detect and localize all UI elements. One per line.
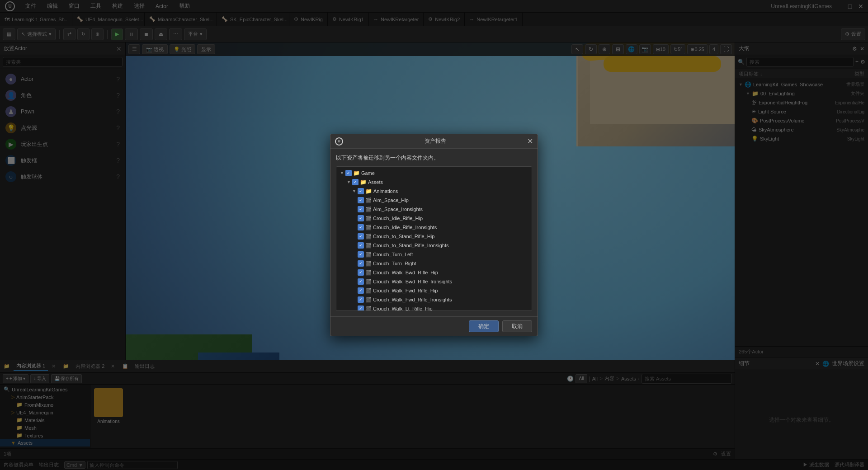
dialog-header: U 资产报告 ✕ bbox=[330, 134, 538, 149]
dtree-folder-animations: 📁 bbox=[365, 188, 372, 194]
dtree-item-file-8[interactable]: ✓ 🎬 Crouch_Walk_Bwd_Rifle_Hip bbox=[336, 268, 532, 277]
dtree-label-file-8: Crouch_Walk_Bwd_Rifle_Hip bbox=[373, 270, 438, 275]
dtree-check-file-3[interactable]: ✓ bbox=[358, 224, 364, 230]
dialog-overlay: U 资产报告 ✕ 以下资产将被迁移到另一个内容文件夹内。 ▼ ✓ 📁 Game … bbox=[0, 0, 868, 470]
dtree-label-file-10: Crouch_Walk_Fwd_Rifle_Hip bbox=[373, 288, 438, 293]
dialog-title: 资产报告 bbox=[347, 137, 524, 145]
dtree-label-game: Game bbox=[361, 170, 375, 176]
dtree-label-file-6: Crouch_Turn_Left bbox=[373, 252, 413, 257]
dtree-item-file-10[interactable]: ✓ 🎬 Crouch_Walk_Fwd_Rifle_Hip bbox=[336, 286, 532, 295]
dtree-file-icon-11: 🎬 bbox=[365, 297, 372, 303]
dtree-check-animations[interactable]: ✓ bbox=[358, 188, 364, 194]
dtree-file-icon-8: 🎬 bbox=[365, 270, 372, 276]
dtree-folder-game: 📁 bbox=[353, 170, 360, 176]
dtree-item-file-5[interactable]: ✓ 🎬 Crouch_to_Stand_Rifle_Ironsights bbox=[336, 241, 532, 250]
dtree-label-file-4: Crouch_to_Stand_Rifle_Hip bbox=[373, 234, 434, 239]
dtree-check-file-4[interactable]: ✓ bbox=[358, 233, 364, 240]
dtree-file-icon-10: 🎬 bbox=[365, 288, 372, 294]
dialog-footer: 确定 取消 bbox=[330, 316, 538, 336]
dialog-tree: ▼ ✓ 📁 Game ▼ ✓ 📁 Assets ▼ ✓ bbox=[336, 166, 532, 311]
dtree-file-icon-4: 🎬 bbox=[365, 234, 372, 240]
dtree-label-animations: Animations bbox=[373, 188, 398, 194]
dialog-cancel-button[interactable]: 取消 bbox=[502, 320, 532, 332]
dtree-item-game[interactable]: ▼ ✓ 📁 Game bbox=[336, 169, 532, 178]
dtree-item-file-11[interactable]: ✓ 🎬 Crouch_Walk_Fwd_Rifle_Ironsights bbox=[336, 295, 532, 304]
dtree-check-file-9[interactable]: ✓ bbox=[358, 278, 364, 285]
dtree-label-file-2: Crouch_Idle_Rifle_Hip bbox=[373, 216, 423, 221]
dtree-check-file-8[interactable]: ✓ bbox=[358, 269, 364, 276]
dtree-label-file-0: Aim_Space_Hip bbox=[373, 197, 409, 203]
dtree-file-icon-6: 🎬 bbox=[365, 252, 372, 258]
dtree-label-file-7: Crouch_Turn_Right bbox=[373, 261, 416, 266]
dtree-arrow-animations: ▼ bbox=[352, 189, 356, 193]
dtree-file-icon-5: 🎬 bbox=[365, 243, 372, 249]
dtree-check-file-10[interactable]: ✓ bbox=[358, 287, 364, 294]
dtree-arrow-assets: ▼ bbox=[347, 180, 351, 184]
dialog-description: 以下资产将被迁移到另一个内容文件夹内。 bbox=[336, 154, 532, 162]
dtree-item-assets[interactable]: ▼ ✓ 📁 Assets bbox=[336, 178, 532, 187]
dtree-item-file-6[interactable]: ✓ 🎬 Crouch_Turn_Left bbox=[336, 250, 532, 259]
dtree-check-file-7[interactable]: ✓ bbox=[358, 260, 364, 267]
dialog-body: 以下资产将被迁移到另一个内容文件夹内。 ▼ ✓ 📁 Game ▼ ✓ 📁 Ass… bbox=[330, 149, 538, 316]
dtree-item-file-1[interactable]: ✓ 🎬 Aim_Space_Ironsights bbox=[336, 205, 532, 214]
dtree-label-file-11: Crouch_Walk_Fwd_Rifle_Ironsights bbox=[373, 297, 452, 302]
dtree-check-file-0[interactable]: ✓ bbox=[358, 197, 364, 203]
dtree-file-icon-12: 🎬 bbox=[365, 306, 372, 311]
dtree-item-file-7[interactable]: ✓ 🎬 Crouch_Turn_Right bbox=[336, 259, 532, 268]
dtree-item-file-3[interactable]: ✓ 🎬 Crouch_Idle_Rifle_Ironsights bbox=[336, 223, 532, 232]
dtree-file-icon-0: 🎬 bbox=[365, 197, 372, 203]
dtree-check-file-1[interactable]: ✓ bbox=[358, 206, 364, 212]
dtree-check-file-12[interactable]: ✓ bbox=[358, 306, 364, 311]
dialog-logo: U bbox=[335, 137, 343, 146]
dtree-folder-assets: 📁 bbox=[360, 179, 367, 185]
dtree-file-icon-3: 🎬 bbox=[365, 225, 372, 230]
dialog-close-button[interactable]: ✕ bbox=[527, 138, 533, 145]
dtree-check-file-6[interactable]: ✓ bbox=[358, 251, 364, 258]
dtree-file-icon-2: 🎬 bbox=[365, 216, 372, 221]
dtree-item-file-2[interactable]: ✓ 🎬 Crouch_Idle_Rifle_Hip bbox=[336, 214, 532, 223]
asset-report-dialog: U 资产报告 ✕ 以下资产将被迁移到另一个内容文件夹内。 ▼ ✓ 📁 Game … bbox=[330, 134, 538, 336]
dtree-check-assets[interactable]: ✓ bbox=[352, 179, 359, 185]
dtree-label-file-1: Aim_Space_Ironsights bbox=[373, 207, 423, 212]
dtree-label-file-9: Crouch_Walk_Bwd_Rifle_Ironsights bbox=[373, 279, 452, 284]
dtree-label-file-5: Crouch_to_Stand_Rifle_Ironsights bbox=[373, 243, 449, 248]
dtree-label-file-3: Crouch_Idle_Rifle_Ironsights bbox=[373, 225, 437, 230]
dtree-check-game[interactable]: ✓ bbox=[345, 170, 352, 176]
dtree-file-icon-7: 🎬 bbox=[365, 261, 372, 267]
dtree-check-file-2[interactable]: ✓ bbox=[358, 215, 364, 221]
dtree-item-file-4[interactable]: ✓ 🎬 Crouch_to_Stand_Rifle_Hip bbox=[336, 232, 532, 241]
dtree-item-file-0[interactable]: ✓ 🎬 Aim_Space_Hip bbox=[336, 196, 532, 205]
dtree-arrow-game: ▼ bbox=[340, 171, 344, 175]
dialog-ok-button[interactable]: 确定 bbox=[469, 320, 499, 332]
dtree-label-file-12: Crouch_Walk_Lt_Rifle_Hip bbox=[373, 306, 433, 311]
dtree-check-file-11[interactable]: ✓ bbox=[358, 296, 364, 303]
dtree-label-assets: Assets bbox=[368, 179, 383, 185]
dtree-item-file-12[interactable]: ✓ 🎬 Crouch_Walk_Lt_Rifle_Hip bbox=[336, 304, 532, 311]
dtree-item-animations[interactable]: ▼ ✓ 📁 Animations bbox=[336, 187, 532, 196]
dtree-file-icon-9: 🎬 bbox=[365, 279, 372, 285]
dtree-item-file-9[interactable]: ✓ 🎬 Crouch_Walk_Bwd_Rifle_Ironsights bbox=[336, 277, 532, 286]
dtree-file-icon-1: 🎬 bbox=[365, 207, 372, 212]
dtree-check-file-5[interactable]: ✓ bbox=[358, 242, 364, 249]
